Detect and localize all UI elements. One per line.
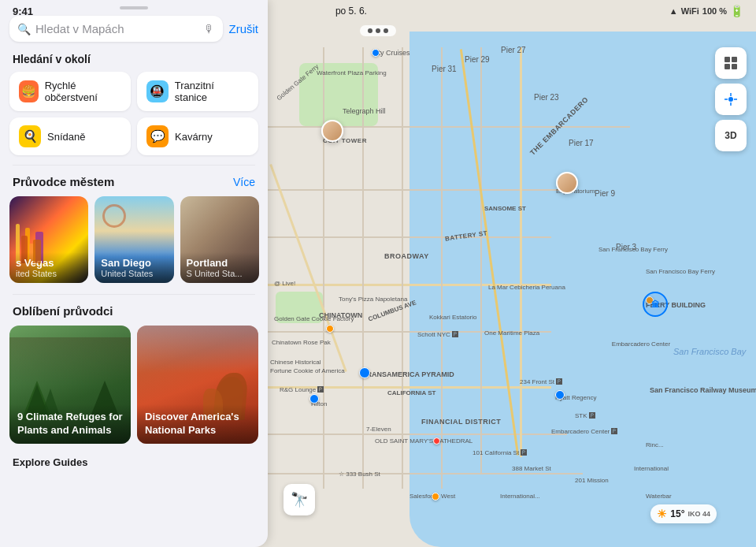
map-label-234front: 234 Front St 🅿 [520, 378, 562, 385]
explore-guides-label: Explore Guides [0, 455, 268, 473]
map-profile-1 [321, 120, 343, 142]
status-bar: 9:41 po 5. 6. ▲ WiFi 100 % 🔋 [0, 0, 756, 22]
status-date: po 5. 6. [335, 6, 367, 17]
map-label-201mission: 201 Mission [575, 477, 609, 484]
quick-item-cafe[interactable]: 💬 Kavárny [137, 117, 258, 155]
map-label-kekkari: Kokkari Estatorio [429, 314, 476, 321]
map-marker-7eleven [433, 437, 440, 445]
map-label-waterfront: Waterfront Plaza Parking [317, 69, 387, 76]
map-profile-2 [556, 172, 578, 194]
temperature-text: 15° [670, 508, 684, 519]
map-label-bay: San Francisco Bay [673, 347, 746, 356]
quick-label-breakfast: Snídaně [47, 131, 85, 143]
map-label-telegraph: Telegraph Hill [343, 107, 386, 115]
map-label-chinatown-rosepark: Chinatown Rose Pak [272, 339, 331, 346]
favorites-title: Oblíbení průvodci [13, 304, 113, 318]
map-view-toggle[interactable] [715, 47, 747, 79]
map-label-7eleven: 7-Eleven [366, 426, 391, 433]
map-label-sfbayferryb: San Francisco Bay Ferry [646, 268, 715, 275]
map-label-waterbar: Waterbar [646, 493, 672, 500]
fav-card-nationalparks[interactable]: Discover America's National Parks [137, 326, 258, 444]
map-label-fortune-cookie: Fortune Cookie of America [270, 367, 345, 374]
map-label-california: CALIFORNIA ST [387, 389, 435, 396]
road-v2 [480, 47, 482, 473]
breakfast-icon: 🍳 [19, 125, 41, 147]
city-card-vegas[interactable]: s Vegas ited States [9, 196, 88, 283]
favorites-header: Oblíbení průvodci [0, 303, 268, 326]
city-card-overlay-vegas: s Vegas ited States [9, 252, 88, 283]
map-label-pier9: Pier 9 [595, 189, 615, 198]
map-label-embarcadero-center: Embarcadero Center [610, 340, 673, 348]
map-label-pier31: Pier 31 [432, 65, 457, 73]
svg-rect-1 [732, 57, 737, 62]
dot-1 [368, 28, 372, 33]
city-card-overlay-portland: Portland S United Sta... [180, 252, 259, 283]
quick-label-transit: Tranzitní stanice [175, 80, 249, 103]
binoculars-button[interactable]: 🔭 [284, 484, 315, 515]
map-marker-chinesehist [326, 325, 334, 333]
road-embarcadero [520, 47, 522, 457]
dot-3 [384, 28, 388, 33]
map-label-pier27: Pier 27 [501, 46, 526, 54]
fav-card-title-nationalparks: Discover America's National Parks [145, 411, 250, 437]
city-card-portland[interactable]: Portland S United Sta... [180, 196, 259, 283]
map-dots-menu[interactable] [360, 25, 396, 36]
road-h7 [268, 434, 567, 435]
quick-label-food: Rychlé občerstvení [45, 80, 121, 103]
map-label-international: International [634, 465, 669, 472]
cafe-icon: 💬 [146, 125, 169, 147]
fav-card-climate[interactable]: 9 Climate Refuges for Plants and Animals [9, 326, 131, 444]
battery-icon: 🔋 [730, 5, 743, 17]
divider-1 [13, 165, 255, 166]
3d-button[interactable]: 3D [715, 120, 747, 151]
svg-rect-3 [732, 64, 737, 69]
map-label-financial: FINANCIAL DISTRICT [421, 418, 501, 426]
location-button[interactable] [715, 84, 747, 115]
city-card-overlay-sandiego: San Diego United States [94, 252, 173, 283]
map-label-schott: Schott NYC 🅿 [417, 331, 458, 338]
map-label-liveat: @ Live! [274, 280, 295, 287]
city-guides-header: Průvodce městem Více [0, 173, 268, 196]
map-label-chinese-historical: Chinese Historical [270, 359, 321, 366]
fav-card-title-climate: 9 Climate Refuges for Plants and Animals [17, 411, 123, 437]
wifi-icon: WiFi [681, 6, 699, 16]
map-marker-hilton [309, 394, 319, 404]
quick-item-transit[interactable]: 🚇 Tranzitní stanice [137, 72, 258, 111]
map-label-broadway: BROADWAY [384, 252, 429, 260]
transit-icon: 🚇 [146, 80, 169, 102]
svg-rect-0 [724, 57, 730, 62]
bay-water [410, 32, 756, 547]
map-label-sfbayferry: San Francisco Bay Ferry [598, 246, 668, 253]
map-label-gatfactory: Golden Gate Cookie Factory [274, 315, 354, 322]
city-name-portland: Portland [187, 257, 253, 269]
map-label-rincon: Rinc... [646, 441, 664, 448]
map-label-pier23: Pier 23 [534, 93, 559, 102]
map-label-333bush: ☆ 333 Bush St [339, 471, 380, 478]
city-card-sandiego[interactable]: San Diego United States [94, 196, 173, 283]
quick-item-food[interactable]: 🍔 Rychlé občerstvení [9, 72, 131, 111]
map-label-pier29: Pier 29 [465, 55, 490, 64]
fav-card-overlay-climate: 9 Climate Refuges for Plants and Animals [9, 404, 131, 444]
dot-2 [376, 28, 380, 33]
signal-icon: ▲ [669, 6, 678, 16]
map-poi-ferry-building: 🏛 [643, 292, 668, 317]
map-label-sansome: SANSOME ST [484, 205, 526, 212]
city-name-sandiego: San Diego [101, 257, 167, 269]
sun-icon: ☀ [657, 508, 667, 520]
status-right: ▲ WiFi 100 % 🔋 [669, 5, 743, 17]
road-h8 [268, 473, 583, 474]
cancel-button[interactable]: Zrušit [229, 22, 259, 35]
svg-rect-2 [724, 64, 730, 69]
road-h2 [268, 189, 567, 191]
fav-card-overlay-nationalparks: Discover America's National Parks [137, 404, 258, 444]
more-link[interactable]: Více [233, 176, 255, 188]
city-country-portland: S United Sta... [187, 269, 253, 278]
quick-item-breakfast[interactable]: 🍳 Snídaně [9, 117, 131, 155]
map-marker-333bush [432, 493, 439, 500]
nearby-section-label: Hledání v okolí [0, 48, 268, 72]
sidebar-panel: 🔍 Hledat v Mapách 🎙 Zrušit Hledání v oko… [0, 0, 268, 547]
map-label-one-maritime: One Maritime Plaza [484, 329, 539, 337]
mic-icon[interactable]: 🎙 [204, 23, 215, 35]
quick-label-cafe: Kavárny [175, 131, 213, 143]
map-label-sfmuseum: San Francisco Railway Museum [650, 386, 756, 394]
